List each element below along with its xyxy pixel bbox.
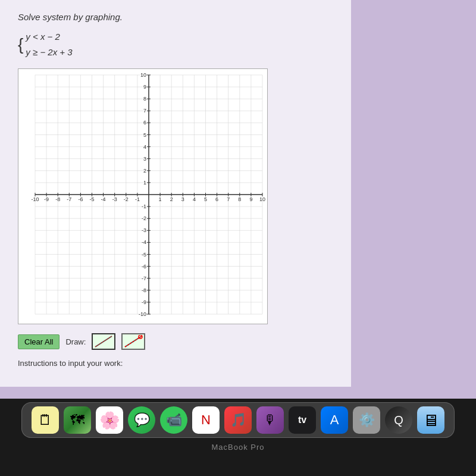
dock: 🗒 🗺 🌸 💬 📹 N 🎵 🎙 tv: [21, 402, 455, 438]
dock-icon-messages[interactable]: 💬: [128, 406, 155, 434]
dock-icon-system-prefs[interactable]: ⚙️: [353, 406, 380, 434]
problem-title: Solve system by graphing.: [18, 12, 333, 22]
main-content: Solve system by graphing. { y < x − 2 y …: [0, 0, 351, 387]
brace-symbol: {: [18, 36, 23, 53]
dock-icon-news[interactable]: N: [192, 406, 220, 434]
background-right: [351, 0, 476, 387]
instructions-label: Instructions to input your work:: [18, 359, 333, 368]
dock-icon-maps[interactable]: 🗺: [64, 406, 91, 434]
draw-line-dashed-icon: [124, 335, 143, 348]
dock-icon-podcasts[interactable]: 🎙: [256, 406, 284, 434]
dock-icon-quicktime[interactable]: Q: [385, 406, 412, 434]
graph-canvas[interactable]: [18, 69, 268, 325]
dock-icon-facetime[interactable]: 📹: [160, 406, 187, 434]
draw-line-solid-icon: [94, 335, 113, 348]
draw-option-line2[interactable]: [121, 333, 145, 350]
dock-icon-tv[interactable]: tv: [289, 406, 316, 434]
macbook-label: MacBook Pro: [211, 443, 264, 452]
dock-icon-finder[interactable]: 🖥: [417, 406, 444, 434]
dock-icon-notes[interactable]: 🗒: [32, 406, 59, 434]
draw-option-line1[interactable]: [92, 333, 115, 350]
dock-icon-appstore[interactable]: A: [321, 406, 348, 434]
svg-line-1: [95, 336, 112, 347]
dock-icon-music[interactable]: 🎵: [224, 406, 252, 434]
equation-1: y < x − 2: [26, 29, 72, 45]
equation-2: y ≥ − 2x + 3: [26, 45, 72, 60]
dock-icon-photos[interactable]: 🌸: [96, 406, 123, 434]
dock-bar: 🗒 🗺 🌸 💬 📹 N 🎵 🎙 tv: [0, 399, 476, 476]
draw-label: Draw:: [65, 337, 86, 346]
clear-all-button[interactable]: Clear All: [18, 334, 60, 349]
graph-container[interactable]: [18, 68, 268, 324]
controls-bar: Clear All Draw:: [18, 333, 333, 350]
equations-block: { y < x − 2 y ≥ − 2x + 3: [18, 29, 333, 60]
